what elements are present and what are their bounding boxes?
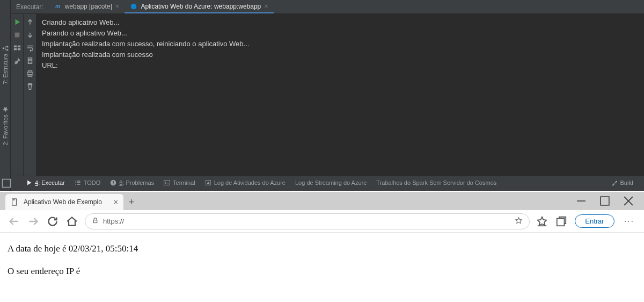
browser-tab[interactable]: Aplicativo Web de Exemplo × <box>5 194 123 210</box>
bottom-tab-build-label: Build <box>620 179 633 186</box>
bottom-tab-run-key: 4 <box>35 179 38 186</box>
bottom-tab-todo[interactable]: TODO <box>75 179 101 186</box>
gutter-col-1 <box>11 14 24 176</box>
refresh-button[interactable] <box>46 215 59 228</box>
structure-icon <box>2 45 9 52</box>
sidebar-tab-favorites-label: 2: Favoritos <box>2 114 9 145</box>
bottom-tab-stream-log-label: Log de Streaming do Azure <box>295 179 367 186</box>
maximize-button[interactable] <box>599 195 611 207</box>
play-icon <box>26 179 32 186</box>
home-button[interactable] <box>65 215 78 228</box>
svg-rect-12 <box>28 75 32 77</box>
svg-rect-7 <box>17 46 20 48</box>
lock-icon <box>92 217 99 226</box>
page-content: A data de hoje é 02/03/21, 05:50:14 O se… <box>0 233 644 302</box>
trash-icon[interactable] <box>25 82 35 91</box>
collections-icon[interactable] <box>555 215 567 227</box>
problems-icon <box>110 179 116 186</box>
address-bar[interactable] <box>85 213 530 229</box>
bottom-tab-stream-log[interactable]: Log de Streaming do Azure <box>295 179 367 186</box>
bottom-left-square-icon[interactable] <box>1 178 12 189</box>
bottom-tab-run-label: Executar <box>41 179 64 186</box>
run-body: Criando aplicativo Web... Parando o apli… <box>11 14 644 176</box>
svg-rect-25 <box>557 218 565 226</box>
run-icon[interactable] <box>12 17 22 27</box>
console-line: Implantação realizada com sucesso <box>42 49 639 60</box>
svg-rect-23 <box>93 220 97 222</box>
ide-panel: 7: Estrutura 2: Favoritos Executar: m we… <box>0 0 644 191</box>
console-line: Parando o aplicativo Web... <box>42 28 639 39</box>
sign-in-button[interactable]: Entrar <box>575 214 614 228</box>
pin-icon[interactable] <box>12 56 22 66</box>
run-tab-azure-label: Aplicativo Web do Azure: webapp:webapp <box>141 3 261 10</box>
svg-rect-16 <box>164 180 170 185</box>
browser-window: Aplicativo Web de Exemplo × + <box>0 191 644 302</box>
run-tab-pacote[interactable]: m webapp [pacote] × <box>49 0 125 13</box>
svg-rect-15 <box>113 183 114 184</box>
forward-button[interactable] <box>27 215 40 228</box>
bottom-tab-terminal[interactable]: Terminal <box>164 179 195 186</box>
console-line: Criando aplicativo Web... <box>42 17 639 28</box>
bottom-tab-run[interactable]: 4: Executar <box>26 179 65 186</box>
arrow-down-icon[interactable] <box>25 30 35 40</box>
close-window-button[interactable] <box>623 195 634 207</box>
browser-tab-title: Aplicativo Web de Exemplo <box>24 198 102 206</box>
bottom-tab-problems[interactable]: 6: Problemas <box>110 179 154 186</box>
menu-button[interactable]: ··· <box>622 217 636 226</box>
run-tab-azure[interactable]: Aplicativo Web do Azure: webapp:webapp × <box>125 0 274 13</box>
bottom-tab-todo-label: TODO <box>84 179 101 186</box>
scroll-icon[interactable] <box>25 56 35 66</box>
new-tab-button[interactable]: + <box>123 194 140 210</box>
svg-rect-6 <box>13 46 16 48</box>
close-icon[interactable]: × <box>114 198 118 206</box>
svg-rect-20 <box>601 197 609 205</box>
svg-rect-5 <box>14 33 19 38</box>
back-button[interactable] <box>8 215 20 228</box>
close-icon[interactable]: × <box>115 2 120 10</box>
bottom-toolbar: 4: Executar TODO 6: Problemas Terminal L… <box>11 176 644 189</box>
todo-icon <box>75 179 81 186</box>
svg-rect-14 <box>113 181 114 183</box>
minimize-button[interactable] <box>575 195 587 207</box>
browser-toolbar: Entrar ··· <box>0 210 644 233</box>
print-icon[interactable] <box>25 69 35 78</box>
bottom-tab-azure-log[interactable]: Log de Atividades do Azure <box>205 179 286 186</box>
bottom-tab-terminal-label: Terminal <box>173 179 195 186</box>
svg-point-4 <box>131 3 137 9</box>
azure-icon <box>130 3 137 10</box>
layout-icon[interactable] <box>12 43 22 53</box>
favorites-icon[interactable] <box>536 215 548 227</box>
sidebar-tab-favorites[interactable]: 2: Favoritos <box>2 106 9 145</box>
console-output[interactable]: Criando aplicativo Web... Parando o apli… <box>36 14 644 176</box>
arrow-up-icon[interactable] <box>25 17 35 27</box>
toolbar-right-icons: Entrar ··· <box>536 214 636 228</box>
svg-rect-8 <box>13 48 16 51</box>
url-input[interactable] <box>103 217 510 225</box>
hammer-icon <box>611 179 618 186</box>
svg-rect-3 <box>3 179 11 188</box>
ide-main: Executar: m webapp [pacote] × Aplicativo… <box>11 0 644 191</box>
page-line-date: A data de hoje é 02/03/21, 05:50:14 <box>8 243 636 254</box>
close-icon[interactable]: × <box>264 2 268 10</box>
bottom-tab-problems-key: 6 <box>119 179 122 186</box>
svg-rect-2 <box>2 48 4 49</box>
star-icon <box>2 106 9 112</box>
sidebar-tab-structure[interactable]: 7: Estrutura <box>2 45 9 84</box>
maven-icon: m <box>54 3 62 10</box>
page-line-ip: O seu endereço IP é <box>8 266 636 277</box>
window-controls <box>575 192 644 210</box>
add-favorite-icon[interactable] <box>515 217 523 226</box>
bottom-tab-build[interactable]: Build <box>611 179 633 186</box>
console-line: URL: <box>42 60 639 71</box>
left-tool-stripe: 7: Estrutura 2: Favoritos <box>0 0 11 191</box>
wrap-icon[interactable] <box>25 43 35 53</box>
bottom-tab-azure-log-label: Log de Atividades do Azure <box>214 179 286 186</box>
svg-rect-9 <box>17 48 20 51</box>
azure-log-icon <box>205 179 211 186</box>
run-tabs-bar: Executar: m webapp [pacote] × Aplicativo… <box>11 0 644 14</box>
console-line: Implantação realizada com sucesso, reini… <box>42 39 639 49</box>
gutter-col-2 <box>24 14 36 176</box>
stop-icon[interactable] <box>12 30 22 40</box>
sign-in-label: Entrar <box>585 217 604 225</box>
bottom-tab-spark[interactable]: Trabalhos do Spark Sem Servidor do Cosmo… <box>376 179 496 186</box>
